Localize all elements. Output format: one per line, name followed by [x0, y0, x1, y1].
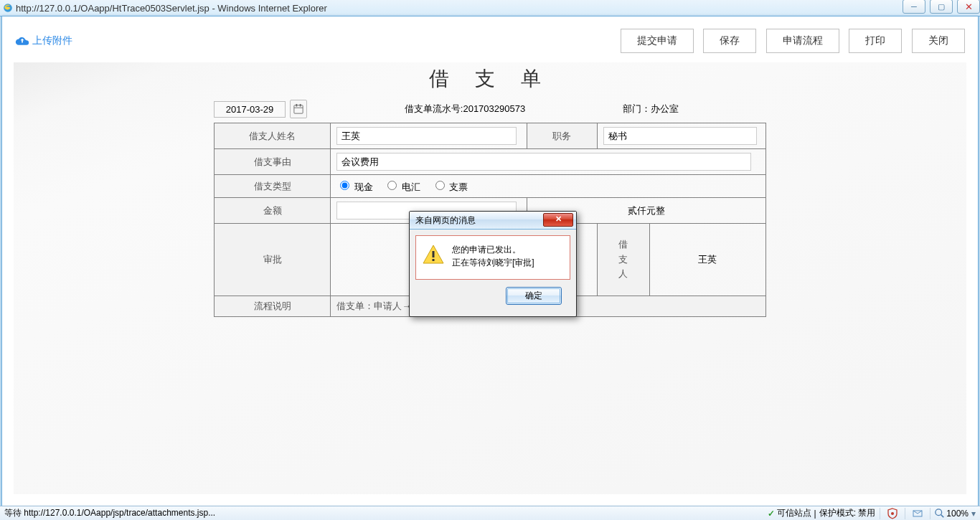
zoom-control[interactable]: 100% ▾ [935, 509, 976, 519]
zoom-icon [935, 509, 945, 519]
svg-rect-5 [433, 251, 435, 257]
department-label: 部门：办公室 [623, 103, 766, 115]
svg-line-10 [941, 514, 944, 517]
maximize-button[interactable]: ▢ [930, 0, 953, 14]
name-input[interactable] [336, 127, 517, 145]
date-input[interactable]: 2017-03-29 [214, 101, 286, 118]
dialog-close-button[interactable]: ✕ [543, 213, 573, 227]
dialog-title: 来自网页的消息 [415, 214, 476, 227]
type-label: 借支类型 [215, 175, 331, 198]
position-label: 职务 [527, 123, 597, 149]
cloud-upload-icon [15, 35, 29, 47]
type-cash-radio[interactable]: 现金 [336, 181, 373, 192]
calendar-button[interactable] [290, 100, 307, 118]
page-toolbar: 上传附件 提交申请 保存 申请流程 打印 关闭 [8, 22, 972, 60]
upload-attachment-button[interactable]: 上传附件 [15, 34, 72, 47]
dialog-ok-button[interactable]: 确定 [506, 287, 562, 305]
compat-icon[interactable] [912, 508, 923, 519]
minimize-button[interactable]: ─ [903, 0, 925, 14]
dialog-message: 您的申请已发出。 正在等待刘晓宇[审批] [452, 243, 534, 269]
status-text: 等待 http://127.0.0.1/OAapp/jsp/trace/atta… [4, 507, 768, 519]
window-close-button[interactable]: ✕ [957, 0, 980, 14]
window-title: http://127.0.0.1/OAapp/HtTrace0503Servle… [16, 3, 327, 14]
reason-label: 借支事由 [215, 149, 331, 175]
position-input[interactable] [603, 127, 757, 145]
svg-rect-6 [433, 259, 435, 261]
svg-rect-3 [296, 104, 298, 107]
check-icon: ✓ [768, 509, 775, 519]
shield-icon[interactable] [887, 508, 898, 519]
browser-title-bar: http://127.0.0.1/OAapp/HtTrace0503Servle… [0, 0, 980, 16]
save-button[interactable]: 保存 [703, 29, 756, 53]
page-title: 借 支 单 [214, 65, 766, 93]
calendar-icon [293, 104, 303, 114]
window-controls: ─ ▢ ✕ [898, 0, 980, 14]
borrower-value: 王英 [649, 224, 765, 296]
ie-icon [3, 3, 13, 13]
serial-number: 借支单流水号:201703290573 [307, 103, 623, 115]
print-button[interactable]: 打印 [849, 29, 902, 53]
type-check-radio[interactable]: 支票 [432, 181, 468, 192]
submit-button[interactable]: 提交申请 [621, 29, 694, 53]
warning-icon [422, 243, 445, 266]
message-dialog: 来自网页的消息 ✕ 您的申请已发出。 正在等待刘晓宇[审批] 确定 [409, 211, 577, 317]
upload-label: 上传附件 [32, 34, 72, 47]
svg-point-7 [891, 512, 894, 515]
approve-label: 审批 [215, 224, 331, 296]
reason-input[interactable] [336, 153, 751, 171]
trusted-sites: 可信站点 [777, 507, 811, 519]
amount-label: 金额 [215, 198, 331, 224]
name-label: 借支人姓名 [215, 123, 331, 149]
type-wire-radio[interactable]: 电汇 [384, 181, 420, 192]
action-buttons: 提交申请 保存 申请流程 打印 关闭 [613, 29, 966, 53]
zoom-value: 100% [946, 509, 969, 519]
svg-rect-4 [300, 104, 301, 107]
flow-label: 流程说明 [215, 296, 331, 317]
close-button[interactable]: 关闭 [912, 29, 965, 53]
borrower-label: 借支人 [597, 224, 649, 296]
svg-rect-1 [294, 105, 303, 113]
status-bar: 等待 http://127.0.0.1/OAapp/jsp/trace/atta… [0, 506, 980, 520]
protected-mode: 保护模式: 禁用 [819, 507, 876, 519]
svg-point-9 [936, 509, 942, 515]
process-button[interactable]: 申请流程 [766, 29, 839, 53]
dialog-title-bar[interactable]: 来自网页的消息 ✕ [410, 212, 576, 230]
